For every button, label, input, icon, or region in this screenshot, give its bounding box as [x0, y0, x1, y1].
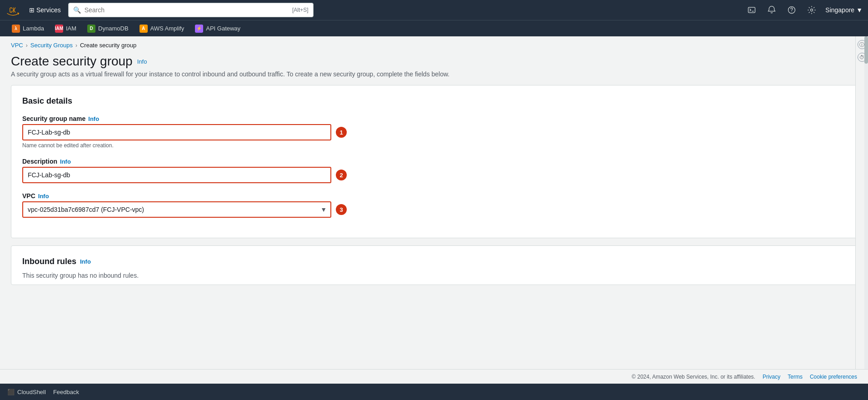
description-badge: 2: [336, 170, 347, 180]
region-label: Singapore: [825, 6, 854, 14]
vpc-badge: 3: [336, 204, 347, 215]
sg-name-label-text: Security group name: [22, 115, 85, 122]
inbound-rules-title-row: Inbound rules Info: [22, 257, 846, 266]
lambda-icon: λ: [12, 25, 20, 33]
region-chevron-icon: ▼: [856, 6, 863, 14]
service-lambda[interactable]: λ Lambda: [7, 23, 49, 35]
service-dynamodb[interactable]: D DynamoDB: [83, 23, 133, 35]
breadcrumb-vpc[interactable]: VPC: [11, 42, 23, 49]
api-gateway-label: API Gateway: [206, 25, 240, 32]
search-icon: 🔍: [73, 6, 81, 14]
amplify-label: AWS Amplify: [150, 25, 185, 32]
scrollbar-track[interactable]: [864, 36, 868, 292]
page-header: Create security group Info: [0, 49, 868, 70]
vpc-info-link[interactable]: Info: [38, 193, 49, 200]
svg-point-3: [811, 9, 813, 11]
service-api-gateway[interactable]: ⚡ API Gateway: [190, 23, 245, 35]
description-label-row: Description Info: [22, 158, 846, 165]
sg-name-group: Security group name Info 1 Name cannot b…: [22, 115, 846, 149]
inbound-rules-description: This security group has no inbound rules…: [22, 272, 846, 279]
description-input[interactable]: [22, 167, 331, 183]
search-input[interactable]: [85, 6, 289, 14]
sg-name-info-link[interactable]: Info: [88, 115, 99, 122]
description-input-row: 2: [22, 167, 846, 183]
page-info-link[interactable]: Info: [137, 58, 147, 65]
vpc-select-wrapper: vpc-025d31ba7c6987cd7 (FCJ-VPC-vpc) ▼: [22, 201, 331, 218]
nav-right-section: Singapore ▼: [745, 4, 863, 16]
settings-icon-btn[interactable]: [805, 4, 818, 16]
description-label-text: Description: [22, 158, 57, 165]
page-title: Create security group: [11, 54, 133, 69]
vpc-label-row: VPC Info: [22, 192, 846, 200]
page-description: A security group acts as a virtual firew…: [0, 70, 868, 85]
notifications-icon-btn[interactable]: [765, 4, 778, 16]
top-navigation: ⊞ Services 🔍 [Alt+S] Singapore ▼: [0, 0, 868, 20]
description-group: Description Info 2: [22, 158, 846, 183]
sg-name-hint: Name cannot be edited after creation.: [22, 142, 846, 149]
iam-icon: IAM: [55, 25, 63, 33]
grid-icon: ⊞: [29, 6, 35, 14]
vpc-label-text: VPC: [22, 192, 35, 200]
api-gateway-icon: ⚡: [195, 25, 203, 33]
breadcrumb: VPC › Security Groups › Create security …: [0, 36, 868, 49]
cloudshell-icon-btn[interactable]: [745, 4, 758, 16]
inbound-rules-info-link[interactable]: Info: [80, 258, 91, 265]
breadcrumb-sep-1: ›: [26, 42, 28, 49]
description-info-link[interactable]: Info: [60, 158, 71, 165]
service-iam[interactable]: IAM IAM: [50, 23, 81, 35]
basic-details-title: Basic details: [22, 96, 846, 106]
sg-name-input[interactable]: [22, 124, 331, 140]
search-bar: 🔍 [Alt+S]: [68, 3, 314, 17]
region-selector[interactable]: Singapore ▼: [825, 6, 863, 14]
lambda-label: Lambda: [23, 25, 44, 32]
scrollbar-thumb[interactable]: [864, 36, 868, 64]
main-content: Basic details Security group name Info 1…: [0, 85, 868, 285]
search-shortcut: [Alt+S]: [292, 7, 309, 13]
sg-name-badge: 1: [336, 127, 347, 138]
breadcrumb-security-groups[interactable]: Security Groups: [30, 42, 73, 49]
iam-label: IAM: [66, 25, 76, 32]
inbound-rules-title: Inbound rules: [22, 257, 76, 266]
breadcrumb-current: Create security group: [80, 42, 136, 49]
service-bar: λ Lambda IAM IAM D DynamoDB A AWS Amplif…: [0, 20, 868, 36]
svg-point-2: [792, 12, 792, 12]
services-label: Services: [36, 6, 61, 14]
amplify-icon: A: [140, 25, 148, 33]
dynamodb-icon: D: [87, 25, 95, 33]
basic-details-card: Basic details Security group name Info 1…: [11, 85, 857, 238]
inbound-rules-card: Inbound rules Info This security group h…: [11, 245, 857, 285]
help-icon-btn[interactable]: [785, 4, 798, 16]
sg-name-input-row: 1: [22, 124, 846, 140]
aws-logo[interactable]: [5, 3, 20, 17]
services-button[interactable]: ⊞ Services: [25, 5, 65, 15]
sg-name-label-row: Security group name Info: [22, 115, 846, 122]
vpc-group: VPC Info vpc-025d31ba7c6987cd7 (FCJ-VPC-…: [22, 192, 846, 218]
dynamodb-label: DynamoDB: [98, 25, 128, 32]
breadcrumb-sep-2: ›: [75, 42, 77, 49]
vpc-select[interactable]: vpc-025d31ba7c6987cd7 (FCJ-VPC-vpc): [22, 201, 331, 218]
service-amplify[interactable]: A AWS Amplify: [135, 23, 189, 35]
vpc-input-row: vpc-025d31ba7c6987cd7 (FCJ-VPC-vpc) ▼ 3: [22, 201, 846, 218]
svg-rect-0: [748, 7, 755, 13]
